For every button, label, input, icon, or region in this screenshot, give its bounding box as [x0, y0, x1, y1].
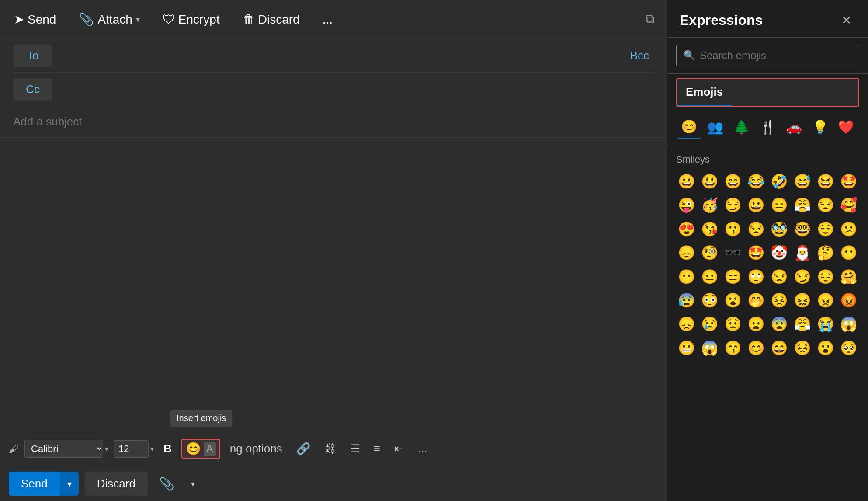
emoji-cell[interactable]: 😔: [815, 266, 836, 288]
emoji-cell[interactable]: 😮: [722, 289, 744, 311]
emoji-cell[interactable]: 😠: [815, 289, 836, 311]
emoji-cell[interactable]: 😀: [746, 194, 767, 216]
emoji-cell[interactable]: 😄: [769, 337, 790, 359]
text-options-button[interactable]: ng options: [226, 439, 287, 458]
to-button[interactable]: To: [13, 45, 52, 67]
emoji-cell[interactable]: 😏: [722, 194, 744, 216]
category-people-button[interactable]: 👥: [704, 116, 727, 138]
attach-button[interactable]: 📎 Attach ▾: [73, 9, 145, 30]
emoji-cell[interactable]: 😕: [838, 218, 859, 240]
attach-action-button[interactable]: 📎: [154, 473, 180, 494]
emoji-cell[interactable]: 😊: [746, 337, 767, 359]
link-button[interactable]: 🔗: [292, 439, 315, 458]
attach-dropdown-action-button[interactable]: ▾: [186, 476, 200, 492]
category-smileys-button[interactable]: 😊: [677, 115, 701, 139]
send-main-button[interactable]: Send: [9, 472, 60, 496]
emoji-cell[interactable]: 🕶️: [722, 242, 744, 264]
emoji-cell[interactable]: 🤡: [769, 242, 790, 264]
emoji-cell[interactable]: 😬: [676, 337, 698, 359]
emoji-cell[interactable]: 😐: [699, 266, 721, 288]
close-expressions-button[interactable]: ✕: [837, 10, 856, 30]
emoji-cell[interactable]: 🥺: [838, 337, 859, 359]
emojis-tab[interactable]: Emojis: [677, 79, 732, 106]
emoji-cell[interactable]: 😤: [792, 194, 813, 216]
insert-emoji-button[interactable]: 😊 A: [181, 439, 220, 459]
emoji-cell[interactable]: 😑: [769, 194, 790, 216]
to-input[interactable]: [52, 45, 626, 67]
emoji-cell[interactable]: 😰: [676, 289, 698, 311]
more-format-button[interactable]: ...: [413, 439, 432, 458]
emoji-cell[interactable]: 🤭: [746, 289, 767, 311]
emoji-cell[interactable]: 🤔: [815, 242, 836, 264]
more-button[interactable]: ...: [317, 9, 338, 30]
cc-input[interactable]: [52, 78, 653, 101]
emoji-cell[interactable]: 😜: [676, 194, 698, 216]
emoji-cell[interactable]: 😡: [838, 289, 859, 311]
send-dropdown-button[interactable]: ▾: [60, 472, 79, 496]
emoji-cell[interactable]: 😌: [815, 218, 836, 240]
emoji-cell[interactable]: 😘: [699, 218, 721, 240]
emoji-cell[interactable]: 😟: [722, 313, 744, 335]
emoji-cell[interactable]: 😒: [769, 266, 790, 288]
category-nature-button[interactable]: 🌲: [730, 116, 753, 138]
emoji-cell[interactable]: 😨: [769, 313, 790, 335]
emoji-cell[interactable]: 🤗: [838, 266, 859, 288]
bold-button[interactable]: B: [159, 439, 176, 458]
emoji-cell[interactable]: 🤣: [769, 170, 790, 192]
body-area[interactable]: [0, 138, 667, 431]
emoji-cell[interactable]: 😣: [769, 289, 790, 311]
emoji-cell[interactable]: 😮: [815, 337, 836, 359]
emoji-cell[interactable]: 😢: [699, 313, 721, 335]
emoji-search-input[interactable]: [700, 49, 852, 62]
emoji-cell[interactable]: 😍: [676, 218, 698, 240]
emoji-cell[interactable]: 😳: [699, 289, 721, 311]
emoji-cell[interactable]: 😀: [676, 170, 698, 192]
emoji-cell[interactable]: 😶: [838, 242, 859, 264]
numbered-list-button[interactable]: ≡: [369, 439, 385, 458]
emoji-cell[interactable]: 😭: [815, 313, 836, 335]
font-size-input[interactable]: [114, 440, 149, 458]
emoji-cell[interactable]: 🧐: [699, 242, 721, 264]
emoji-cell[interactable]: 🥳: [699, 194, 721, 216]
emoji-cell[interactable]: 😒: [746, 218, 767, 240]
font-select[interactable]: Calibri: [24, 440, 103, 458]
emoji-cell[interactable]: 😑: [722, 266, 744, 288]
emoji-cell[interactable]: 😦: [746, 313, 767, 335]
emoji-cell[interactable]: 😞: [676, 242, 698, 264]
emoji-cell[interactable]: 😱: [699, 337, 721, 359]
discard-action-button[interactable]: Discard: [85, 472, 148, 496]
emoji-cell[interactable]: 😒: [815, 194, 836, 216]
subject-input[interactable]: [13, 115, 653, 129]
bullet-list-button[interactable]: ☰: [345, 439, 364, 458]
emoji-cell[interactable]: 😅: [792, 170, 813, 192]
emoji-cell[interactable]: 😂: [746, 170, 767, 192]
expand-button[interactable]: ⧉: [642, 9, 658, 30]
emoji-cell[interactable]: 😏: [792, 266, 813, 288]
emoji-cell[interactable]: 😗: [722, 218, 744, 240]
bcc-button[interactable]: Bcc: [626, 45, 653, 67]
cc-button[interactable]: Cc: [13, 78, 52, 101]
emoji-cell[interactable]: 😣: [792, 337, 813, 359]
emoji-cell[interactable]: 🎅: [792, 242, 813, 264]
emoji-cell[interactable]: 😆: [815, 170, 836, 192]
emoji-cell[interactable]: 🥸: [769, 218, 790, 240]
emoji-cell[interactable]: 😱: [838, 313, 859, 335]
emoji-cell[interactable]: 😃: [699, 170, 721, 192]
category-objects-button[interactable]: 💡: [809, 116, 832, 138]
emoji-cell[interactable]: 😤: [792, 313, 813, 335]
emoji-cell[interactable]: 🤓: [792, 218, 813, 240]
emoji-cell[interactable]: 😞: [676, 313, 698, 335]
unlink-button[interactable]: ⛓: [320, 439, 340, 458]
emoji-cell[interactable]: 😖: [792, 289, 813, 311]
indent-button[interactable]: ⇤: [390, 439, 408, 458]
emoji-cell[interactable]: 😶: [676, 266, 698, 288]
emoji-cell[interactable]: 😄: [722, 170, 744, 192]
send-button[interactable]: ➤ Send: [9, 9, 61, 30]
emoji-cell[interactable]: 🙄: [746, 266, 767, 288]
category-symbols-button[interactable]: ❤️: [834, 116, 858, 138]
category-food-button[interactable]: 🍴: [756, 116, 779, 138]
emoji-cell[interactable]: 🤩: [746, 242, 767, 264]
emoji-cell[interactable]: 😙: [722, 337, 744, 359]
emoji-cell[interactable]: 🤩: [838, 170, 859, 192]
emoji-cell[interactable]: 🥰: [838, 194, 859, 216]
